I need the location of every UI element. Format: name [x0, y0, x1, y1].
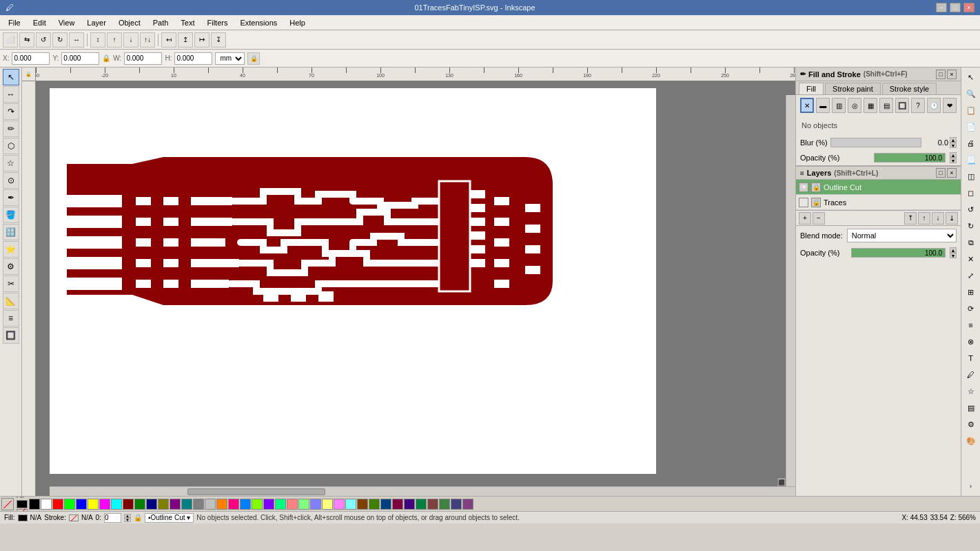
- close-button[interactable]: ×: [963, 3, 974, 12]
- menu-item-filters[interactable]: Filters: [202, 17, 234, 28]
- palette-swatch-27[interactable]: [345, 499, 356, 510]
- tool-btn-14[interactable]: ≡: [3, 310, 19, 326]
- tool-btn-4[interactable]: ⬡: [3, 138, 19, 154]
- x-input[interactable]: [12, 52, 50, 65]
- toolbar-btn-4[interactable]: ↔: [69, 32, 84, 48]
- tab-stroke-paint[interactable]: Stroke paint: [825, 83, 881, 94]
- menu-item-extensions[interactable]: Extensions: [234, 17, 283, 28]
- menu-item-layer[interactable]: Layer: [81, 17, 112, 28]
- tool-btn-7[interactable]: ✒: [3, 189, 19, 206]
- tab-fill[interactable]: Fill: [799, 83, 824, 94]
- palette-swatch-12[interactable]: [170, 499, 181, 510]
- palette-swatch-0[interactable]: [29, 499, 40, 510]
- toolbar-btn-8[interactable]: ↓: [123, 32, 139, 48]
- layer-traces[interactable]: 🔒 Traces: [796, 195, 961, 210]
- layer-up[interactable]: ↑: [918, 212, 930, 225]
- palette-swatch-10[interactable]: [146, 499, 157, 510]
- layer-lock-outline[interactable]: 🔒: [811, 183, 821, 192]
- tool-btn-11[interactable]: ⚙: [3, 258, 19, 275]
- fill-flat-button[interactable]: ▬: [816, 98, 830, 113]
- fill-mesh-button[interactable]: ▦: [864, 98, 877, 113]
- palette-swatch-24[interactable]: [310, 499, 321, 510]
- toolbar-btn-13[interactable]: ↦: [194, 32, 210, 48]
- fill-unknown-button[interactable]: ?: [911, 98, 925, 113]
- canvas-content[interactable]: ⬛: [36, 81, 795, 496]
- layer-down[interactable]: ↓: [932, 212, 944, 225]
- palette-swatch-25[interactable]: [322, 499, 333, 510]
- palette-swatch-11[interactable]: [158, 499, 169, 510]
- tool-btn-3[interactable]: ✏: [3, 121, 19, 137]
- blur-down[interactable]: ▼: [950, 143, 957, 148]
- menu-item-help[interactable]: Help: [284, 17, 311, 28]
- minimize-button[interactable]: −: [936, 3, 947, 12]
- palette-swatch-23[interactable]: [298, 499, 309, 510]
- stroke-color-box[interactable]: [17, 509, 28, 511]
- action-settings[interactable]: ⚙: [963, 417, 979, 432]
- action-path-ops[interactable]: ⊗: [963, 334, 979, 349]
- fill-none-button[interactable]: ✕: [800, 98, 814, 113]
- action-star[interactable]: ☆: [963, 384, 979, 399]
- fill-time-button[interactable]: 🕐: [927, 98, 941, 113]
- toolbar-btn-3[interactable]: ↻: [52, 32, 68, 48]
- action-redo[interactable]: ↻: [963, 218, 979, 233]
- action-transform[interactable]: ⟳: [963, 301, 979, 316]
- action-select[interactable]: ↖: [963, 70, 979, 85]
- opacity-down[interactable]: ▼: [950, 158, 957, 163]
- fill-radial-button[interactable]: ◎: [848, 98, 861, 113]
- toolbar-btn-11[interactable]: ↤: [161, 32, 176, 48]
- layers-panel-close[interactable]: ×: [947, 168, 957, 178]
- h-scroll-thumb[interactable]: [187, 488, 325, 495]
- no-color-swatch[interactable]: [1, 498, 14, 510]
- opacity-up[interactable]: ▲: [950, 152, 957, 158]
- remove-layer-button[interactable]: −: [813, 212, 825, 225]
- layer-to-bottom[interactable]: ⤓: [946, 212, 958, 225]
- action-print[interactable]: 🖨: [963, 136, 979, 151]
- tool-btn-0[interactable]: ↖: [3, 69, 19, 85]
- menu-item-object[interactable]: Object: [113, 17, 146, 28]
- action-clipboard2[interactable]: 📄: [963, 119, 979, 134]
- action-snap1[interactable]: ◫: [963, 169, 979, 184]
- action-document[interactable]: 📃: [963, 152, 979, 167]
- fill-panel-close[interactable]: ×: [947, 70, 957, 79]
- palette-swatch-7[interactable]: [111, 499, 122, 510]
- tool-btn-9[interactable]: 🔠: [3, 224, 19, 240]
- layers-panel-expand[interactable]: □: [936, 168, 946, 178]
- corner-scroll-button[interactable]: ⬛: [777, 478, 786, 486]
- blend-mode-select[interactable]: Normal Multiply Screen Overlay Darken Li…: [847, 229, 957, 242]
- palette-swatch-26[interactable]: [334, 499, 345, 510]
- tool-btn-13[interactable]: 📐: [3, 293, 19, 309]
- layer-opacity-up[interactable]: ▲: [950, 247, 957, 253]
- action-layers-icon[interactable]: ▤: [963, 400, 979, 415]
- action-align[interactable]: ≡: [963, 318, 979, 333]
- lock-aspect-button[interactable]: 🔒: [247, 52, 260, 65]
- menu-item-path[interactable]: Path: [147, 17, 174, 28]
- palette-swatch-37[interactable]: [462, 499, 473, 510]
- opacity-status-down[interactable]: ▼: [124, 518, 131, 522]
- palette-swatch-20[interactable]: [263, 499, 274, 510]
- fill-pattern-button[interactable]: ▤: [879, 98, 893, 113]
- palette-swatch-13[interactable]: [181, 499, 192, 510]
- tool-btn-2[interactable]: ↷: [3, 103, 19, 120]
- menu-item-view[interactable]: View: [53, 17, 81, 28]
- toolbar-btn-14[interactable]: ↧: [211, 32, 226, 48]
- palette-swatch-17[interactable]: [228, 499, 239, 510]
- maximize-button[interactable]: □: [950, 3, 961, 12]
- palette-swatch-9[interactable]: [134, 499, 145, 510]
- palette-swatch-5[interactable]: [88, 499, 99, 510]
- palette-swatch-21[interactable]: [275, 499, 286, 510]
- action-palette[interactable]: 🎨: [963, 433, 979, 448]
- action-copy[interactable]: ⧉: [963, 235, 979, 250]
- toolbar-btn-1[interactable]: ⇆: [19, 32, 34, 48]
- palette-swatch-14[interactable]: [193, 499, 204, 510]
- tool-btn-10[interactable]: ⭐: [3, 241, 19, 258]
- action-zoom[interactable]: 🔍: [963, 86, 979, 101]
- fill-linear-button[interactable]: ▥: [832, 98, 846, 113]
- action-clipboard1[interactable]: 📋: [963, 103, 979, 118]
- palette-swatch-32[interactable]: [404, 499, 415, 510]
- menu-item-text[interactable]: Text: [175, 17, 200, 28]
- toolbar-btn-2[interactable]: ↺: [36, 32, 51, 48]
- palette-swatch-3[interactable]: [64, 499, 75, 510]
- palette-swatch-35[interactable]: [439, 499, 450, 510]
- layer-to-top[interactable]: ⤒: [904, 212, 917, 225]
- fill-color-box[interactable]: [17, 500, 28, 508]
